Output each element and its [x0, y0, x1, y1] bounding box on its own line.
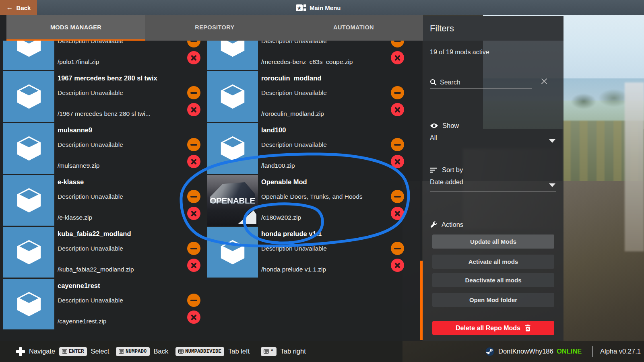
screen: ← Back ★ Main Menu MODS MANAGERREPOSITOR… [0, 0, 644, 362]
key-badge: ENTER [59, 347, 87, 356]
mod-description: Description Unavailable [58, 193, 123, 200]
deactivate-mod-button[interactable] [391, 190, 404, 203]
search-clear-icon[interactable] [540, 77, 549, 86]
mod-description: Openable Doors, Trunks, and Hoods [261, 193, 363, 200]
delete-all-repo-mods-button[interactable]: Delete all Repo Mods [432, 321, 554, 335]
mod-cube-icon [16, 135, 42, 162]
window-title-label: Main Menu [310, 4, 341, 11]
hint-label: Tab left [228, 348, 250, 355]
mod-filename: /roroculin_modland.zip [261, 110, 324, 117]
mods-scrollbar-track[interactable] [420, 41, 423, 341]
deactivate-mod-button[interactable] [391, 138, 404, 151]
remove-mod-button[interactable] [187, 259, 200, 272]
search-input[interactable]: Search [430, 76, 532, 89]
back-button[interactable]: ← Back [0, 0, 37, 15]
mod-cube-icon [16, 239, 42, 265]
remove-mod-button[interactable] [187, 155, 200, 168]
remove-mod-button[interactable] [391, 207, 404, 220]
sort-section-label: Sort by [430, 166, 463, 174]
remove-mod-button[interactable] [391, 103, 404, 116]
mod-cube-icon [16, 41, 42, 58]
mod-row-partial-left: Description Unavailable/polo17final.zip [3, 41, 207, 70]
mod-description: Description Unavailable [58, 245, 123, 252]
status-divider [592, 341, 593, 362]
mods-scrollbar-thumb[interactable] [420, 261, 423, 340]
open-mod-folder-button[interactable]: Open Mod folder [432, 293, 554, 307]
activate-all-mods-button[interactable]: Activate all mods [432, 255, 554, 269]
hint-back: NUMPAD0Back [116, 341, 168, 362]
mod-cube-icon [16, 83, 42, 110]
show-section-label: Show [430, 122, 459, 130]
deactivate-mod-button[interactable] [187, 86, 200, 99]
steam-icon [485, 347, 494, 356]
tab-mods-manager[interactable]: MODS MANAGER [6, 15, 145, 41]
show-dropdown[interactable]: All [430, 134, 556, 147]
mod-title: honda prelude v1.1 [261, 230, 322, 238]
back-label: Back [17, 4, 31, 11]
deactivate-mod-button[interactable] [187, 138, 200, 151]
remove-mod-button[interactable] [391, 259, 404, 272]
hint-label: Select [91, 348, 109, 355]
mod-row-honda-prelude-v1-1: honda prelude v1.1Description Unavailabl… [207, 226, 411, 278]
remove-mod-button[interactable] [187, 103, 200, 116]
remove-mod-button[interactable] [187, 311, 200, 324]
mod-filename: /land100.zip [261, 162, 295, 169]
mod-title: mulsanne9 [58, 126, 92, 134]
mod-cube-icon [219, 239, 246, 265]
filters-header: Filters [423, 16, 564, 41]
mod-icon [3, 175, 54, 226]
remove-mod-button[interactable] [391, 155, 404, 168]
deactivate-mod-button[interactable] [391, 242, 404, 255]
mod-description: Description Unavailable [261, 245, 327, 252]
mod-row-kuba-fabia22-modland: kuba_fabia22_modlandDescription Unavaila… [3, 226, 207, 278]
mod-description: Description Unavailable [261, 89, 327, 97]
mod-title: roroculin_modland [261, 74, 321, 82]
mod-thumbnail-text: OPENABLE [207, 196, 258, 206]
mod-description: Description Unavailable [58, 141, 123, 148]
mod-filename: /mulsanne9.zip [58, 162, 99, 169]
keyboard-icon [178, 349, 184, 354]
deactivate-all-mods-button[interactable]: Deactivate all mods [432, 273, 554, 287]
tab-repository[interactable]: REPOSITORY [145, 15, 284, 41]
mod-icon [207, 71, 258, 122]
deactivate-mod-button[interactable] [187, 190, 200, 203]
filters-panel: 19 of 19 mods active Search Show All [423, 41, 564, 341]
keyboard-icon [119, 349, 124, 354]
mod-filename: /1967 mercedes benz 280 sl twi... [58, 110, 151, 117]
key-badge: NUMPAD0 [116, 347, 150, 356]
hint-tab-right: *Tab right [261, 341, 306, 362]
active-mods-count: 19 of 19 mods active [430, 49, 489, 56]
update-all-mods-button[interactable]: Update all Mods [432, 234, 554, 249]
hint-select: ENTERSelect [59, 341, 109, 362]
search-placeholder: Search [440, 79, 460, 86]
mods-column-right: Description Unavailable/mercedes-benz_c6… [207, 41, 411, 337]
mod-filename: /polo17final.zip [58, 58, 99, 66]
mod-icon [207, 41, 258, 70]
mod-row-1967-mercedes-benz-280-sl-twix: 1967 mercedes benz 280 sl twixDescriptio… [3, 70, 207, 122]
mod-row-e-klasse: e-klasseDescription Unavailable/e-klasse… [3, 174, 207, 226]
trash-icon [524, 325, 531, 331]
mod-row-partial-right: Description Unavailable/mercedes-benz_c6… [207, 41, 411, 70]
mod-cube-icon [219, 135, 246, 162]
hint-tab-left: NUMPADDIVIDETab left [175, 341, 250, 362]
remove-mod-button[interactable] [187, 207, 200, 220]
mod-description: Description Unavailable [58, 89, 123, 97]
tab-bar: MODS MANAGERREPOSITORYAUTOMATION [6, 15, 423, 41]
deactivate-mod-button[interactable] [187, 294, 200, 307]
sort-dropdown[interactable]: Date added [430, 179, 556, 191]
online-badge: ONLINE [557, 348, 582, 355]
deactivate-mod-button[interactable] [187, 242, 200, 255]
mod-icon [3, 279, 54, 329]
deactivate-mod-button[interactable] [391, 86, 404, 99]
deactivate-mod-button[interactable] [187, 41, 200, 47]
tab-automation[interactable]: AUTOMATION [284, 15, 423, 41]
mod-filename: /cayenne1rest.zip [58, 318, 107, 325]
wrench-icon [430, 221, 438, 228]
deactivate-mod-button[interactable] [391, 41, 404, 47]
status-bar: DontKnowWhy186 ONLINE Alpha v0.27.1 Navi… [0, 341, 644, 362]
remove-mod-button[interactable] [391, 51, 404, 64]
remove-mod-button[interactable] [187, 51, 200, 64]
mod-cube-icon [219, 83, 246, 110]
mod-description: Description Unavailable [261, 41, 327, 45]
mod-title: Openable Mod [261, 178, 307, 186]
